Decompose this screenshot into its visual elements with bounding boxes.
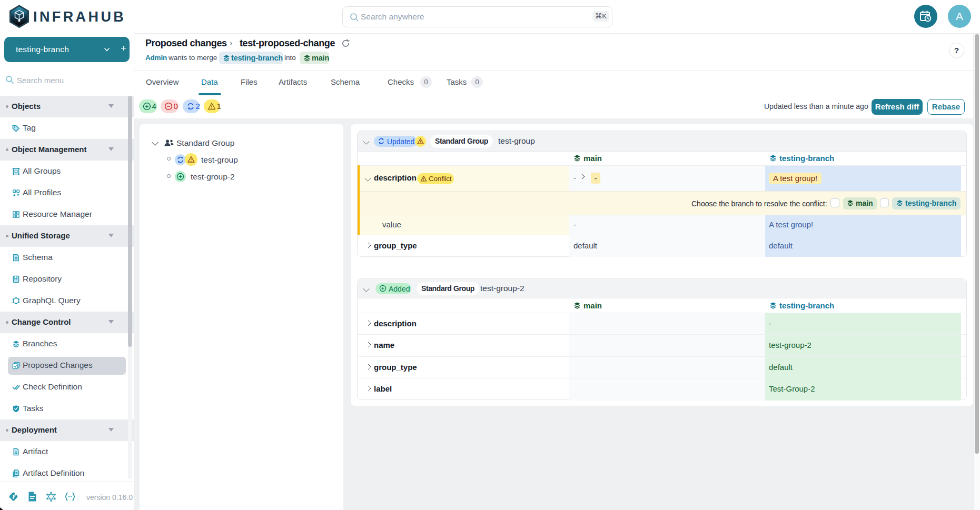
svg-text:INFRAHUB: INFRAHUB xyxy=(33,9,126,25)
